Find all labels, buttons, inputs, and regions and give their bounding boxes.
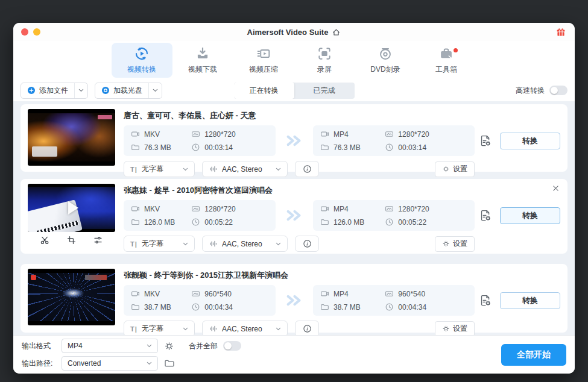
media-info-button[interactable]	[295, 161, 319, 177]
video-title: 唐古、童可可、李佑晨、庄心妍 - 天意	[124, 110, 560, 121]
plus-circle-icon	[27, 86, 36, 95]
resolution-icon	[385, 130, 394, 139]
tab-label: 视频转换	[127, 64, 156, 75]
row-settings-button[interactable]: 设置	[435, 321, 475, 336]
subtitle-value: 无字幕	[142, 324, 179, 334]
app-title-group: Aimersoft Video Suite	[247, 28, 341, 37]
high-speed-group: 高速转换	[516, 86, 567, 96]
output-file-settings-button[interactable]	[475, 293, 495, 307]
resolution-icon	[385, 289, 394, 298]
load-disc-button[interactable]: 加载光盘	[95, 83, 162, 99]
thumbnail-watermark	[98, 115, 112, 119]
output-file-settings-button[interactable]	[475, 208, 495, 222]
trim-scissors-icon[interactable]	[40, 235, 50, 245]
close-window-button[interactable]	[21, 28, 28, 36]
dvd-icon	[378, 46, 393, 61]
output-format-select[interactable]: MP4	[62, 339, 158, 353]
play-icon[interactable]	[68, 201, 78, 214]
audio-dropdown[interactable]: AAC, Stereo	[202, 236, 288, 252]
media-info-button[interactable]	[295, 321, 319, 335]
chevron-down-icon	[183, 327, 188, 331]
high-speed-label: 高速转换	[516, 86, 545, 96]
target-resolution: 1280*720	[385, 130, 467, 139]
output-format-value: MP4	[68, 342, 147, 350]
task-row: 唐古、童可可、李佑晨、庄心妍 - 天意 MKV 1280*720 76.3 MB…	[21, 104, 567, 172]
clock-icon	[191, 143, 200, 152]
status-segment: 正在转换 已完成	[234, 83, 355, 99]
video-thumbnail[interactable]	[28, 109, 115, 166]
chevron-down-icon	[147, 344, 152, 348]
output-path-line: 输出路径: Converted	[22, 356, 241, 371]
traffic-lights	[21, 28, 40, 36]
convert-button[interactable]: 转换	[500, 292, 560, 309]
tab-completed[interactable]: 已完成	[294, 83, 355, 99]
chevron-down-icon	[276, 168, 281, 171]
remove-row-button[interactable]	[551, 184, 560, 192]
row-settings-button[interactable]: 设置	[435, 236, 475, 252]
convert-button[interactable]: 转换	[500, 133, 560, 149]
target-size: 126.0 MB	[320, 218, 385, 227]
minimize-window-button[interactable]	[33, 28, 40, 36]
toggle-knob	[224, 342, 232, 349]
thumbnail-column	[28, 109, 115, 167]
row-main: 唐古、童可可、李佑晨、庄心妍 - 天意 MKV 1280*720 76.3 MB…	[124, 109, 560, 167]
gift-promo-button[interactable]	[556, 27, 566, 37]
subtitle-value: 无字幕	[142, 164, 179, 174]
subtitle-dropdown[interactable]: T| 无字幕	[124, 321, 195, 335]
video-title: 张靓颖 - 终于等到你 - 2015江苏卫视新年演唱会	[124, 270, 560, 280]
titlebar: Aimersoft Video Suite	[13, 23, 575, 41]
effects-sliders-icon[interactable]	[93, 235, 103, 245]
task-row: 张靓颖 - 终于等到你 - 2015江苏卫视新年演唱会 MKV 960*540 …	[21, 264, 567, 333]
settings-label: 设置	[453, 164, 467, 174]
open-folder-button[interactable]	[164, 358, 175, 369]
row-info: MKV 1280*720 126.0 MB 00:05:22 MP4 1280*…	[124, 200, 560, 231]
tab-dvd-burn[interactable]: DVD刻录	[355, 43, 416, 78]
tab-screen-record[interactable]: 录屏	[294, 43, 355, 78]
add-files-button[interactable]: 添加文件	[21, 83, 88, 99]
output-file-settings-button[interactable]	[475, 134, 495, 148]
clock-icon	[191, 302, 200, 312]
subtitle-dropdown[interactable]: T| 无字幕	[124, 161, 195, 177]
source-size: 38.7 MB	[131, 302, 191, 312]
audio-dropdown[interactable]: AAC, Stereo	[202, 321, 288, 335]
tab-video-convert[interactable]: 视频转换	[112, 43, 172, 78]
format-settings-button[interactable]	[164, 341, 174, 351]
window-title: Aimersoft Video Suite	[247, 28, 329, 37]
gift-icon	[556, 27, 566, 37]
load-disc-dropdown[interactable]	[148, 83, 162, 98]
crop-icon[interactable]	[66, 235, 77, 245]
main-nav: 视频转换 视频下载 视频压缩 录屏 DVD刻录 工具箱	[13, 41, 575, 80]
convert-button[interactable]: 转换	[500, 207, 560, 224]
row-settings-button[interactable]: 设置	[435, 161, 475, 177]
high-speed-toggle[interactable]	[549, 86, 567, 95]
media-info-button[interactable]	[295, 236, 319, 252]
video-thumbnail[interactable]	[28, 184, 115, 232]
video-format-icon	[131, 130, 140, 139]
add-files-dropdown[interactable]	[74, 83, 87, 98]
add-files-label: 添加文件	[39, 86, 68, 96]
output-path-select[interactable]: Converted	[62, 356, 158, 371]
file-gear-icon	[478, 134, 492, 148]
source-size: 76.3 MB	[131, 143, 191, 152]
load-disc-main: 加载光盘	[95, 86, 148, 96]
toggle-knob	[551, 87, 558, 94]
target-format: MP4	[320, 130, 385, 139]
subtitle-dropdown[interactable]: T| 无字幕	[124, 236, 195, 252]
merge-all-toggle[interactable]	[223, 341, 241, 351]
video-title: 张惠妹 - 趁早 - 2010阿密特首次巡回演唱会	[124, 185, 560, 195]
tab-label: 录屏	[317, 64, 332, 75]
source-format: MKV	[131, 204, 191, 213]
toolbar: 添加文件 加载光盘 正在转换 已完成 高速转换	[13, 80, 575, 101]
tab-toolbox[interactable]: 工具箱	[416, 43, 477, 78]
start-all-button[interactable]: 全部开始	[501, 344, 566, 366]
tab-video-download[interactable]: 视频下载	[172, 43, 233, 78]
audio-dropdown[interactable]: AAC, Stereo	[202, 161, 288, 177]
tab-video-compress[interactable]: 视频压缩	[233, 43, 294, 78]
thumbnail-overlay-scorebox	[32, 146, 57, 157]
tab-converting[interactable]: 正在转换	[234, 83, 294, 99]
home-icon[interactable]	[332, 28, 341, 37]
video-thumbnail[interactable]	[28, 269, 115, 325]
target-info-panel: MP4 1280*720 126.0 MB 00:05:22	[313, 200, 475, 231]
source-resolution: 1280*720	[191, 204, 268, 213]
settings-label: 设置	[453, 239, 467, 249]
